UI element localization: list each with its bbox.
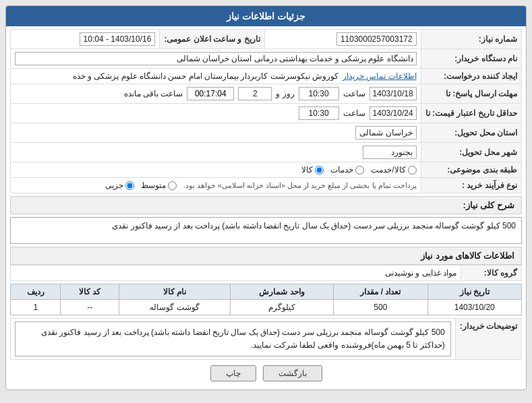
col-vahed: واحد شمارش [230, 284, 333, 300]
back-button[interactable]: بازگشت [263, 365, 322, 381]
col-tarikh: تاریخ نیاز [427, 284, 521, 300]
label-ostanTahvil: استان محل تحویل: [421, 123, 521, 143]
label-groupKala: گروه کالا: [461, 266, 522, 281]
ijadKonande-link[interactable]: اطلاعات تماس خریدار [343, 71, 417, 81]
main-card: جزئیات اطلاعات نیاز شماره نیاز: 11030002… [5, 5, 527, 390]
mohlatErsal-countdown: 00:17:04 [187, 87, 234, 100]
row-mohlatErsal: مهلت ارسال پاسخ: تا 1403/10/18 ساعت 10:3… [11, 84, 522, 104]
cell-radif: 1 [11, 300, 61, 315]
ijadKonande-row: اطلاعات تماس خریدار کوروش نیکوسرشت کاربر… [15, 71, 417, 81]
shahrTahvil-display: بجنورد [363, 146, 417, 159]
radio-motavaset-label: متوسط [141, 181, 166, 190]
row-tozih: توضیحات خریدار: 500 کیلو گوشت گوساله منج… [11, 319, 522, 360]
ostanTahvil-display: خراسان شمالی [355, 126, 416, 140]
value-groupKala: مواد غذایی و نوشیدنی [11, 266, 461, 281]
radio-kala-khadamat-label: کالا/خدمت [371, 165, 405, 175]
value-shomareNiaz: 1103000257003172 [264, 30, 421, 49]
radio-kala-khadamat-input[interactable] [408, 166, 417, 175]
items-tbody: 1403/10/20 500 کیلوگرم گوشت گوساله -- 1 [11, 300, 522, 315]
hedafTarikh-date: 1403/10/24 [370, 106, 417, 120]
row-ostanTahvil: استان محل تحویل: خراسان شمالی [11, 123, 522, 143]
cell-tarikh: 1403/10/20 [427, 300, 521, 315]
value-tarikhAelan: 1403/10/16 - 10:04 [11, 30, 160, 49]
table-row: 1403/10/20 500 کیلوگرم گوشت گوساله -- 1 [11, 300, 522, 315]
sharjKeli-box: 500 کیلو گوشت گوساله منجمد برزیلی سر دست… [10, 217, 522, 244]
radio-jozi[interactable]: جزیی [105, 181, 134, 190]
row-tabaqeh: طبقه بندی موضوعی: کالا/خدمت خدمات [11, 162, 522, 178]
radio-jozi-input[interactable] [125, 181, 134, 190]
sharjKeli-value: 500 کیلو گوشت گوساله منجمد برزیلی سر دست… [112, 221, 516, 230]
kalahaTitle-label: اطلاعات کالاهای مورد نیاز [421, 251, 514, 261]
group-kala-table: گروه کالا: مواد غذایی و نوشیدنی [10, 265, 522, 281]
items-thead: تاریخ نیاز تعداد / مقدار واحد شمارش نام … [11, 284, 522, 300]
tabaqeh-radio-group: کالا/خدمت خدمات کالا [15, 165, 417, 175]
value-ijadKonande: اطلاعات تماس خریدار کوروش نیکوسرشت کاربر… [11, 69, 421, 84]
groupKala-display: مواد غذایی و نوشیدنی [385, 268, 456, 278]
radio-kala[interactable]: کالا [301, 165, 324, 175]
items-table: تاریخ نیاز تعداد / مقدار واحد شمارش نام … [10, 284, 522, 315]
row-noeFarayand: نوع فرآیند خرید : پرداخت تمام یا بخشی از… [11, 178, 522, 193]
row-shomareNiaz: شماره نیاز: 1103000257003172 تاریخ و ساع… [11, 30, 522, 49]
radio-kala-input[interactable] [315, 166, 324, 175]
btn-row: بازگشت چاپ [10, 360, 522, 387]
label-noeFarayand: نوع فرآیند خرید : [421, 178, 521, 193]
radio-khadamat-input[interactable] [355, 166, 364, 175]
tozih-table: توضیحات خریدار: 500 کیلو گوشت گوساله منج… [10, 318, 522, 360]
label-mohlatErsal: مهلت ارسال پاسخ: تا [421, 84, 521, 104]
radio-motavaset[interactable]: متوسط [141, 181, 177, 190]
row-shahrTahvil: شهر محل تحویل: بجنورد [11, 143, 522, 162]
row-namdastgah: نام دستگاه خریدار: دانشگاه علوم پزشکی و … [11, 49, 522, 69]
info-table: شماره نیاز: 1103000257003172 تاریخ و ساع… [10, 29, 522, 193]
mohlatErsal-row: 1403/10/18 ساعت 10:30 روز و 2 00:17:04 س… [15, 87, 417, 100]
noeFarayand-note: پرداخت تمام یا بخشی از مبلغ خرید از محل … [183, 181, 417, 190]
print-button[interactable]: چاپ [210, 365, 256, 381]
cell-tedad: 500 [334, 300, 427, 315]
mohlatErsal-baqi: ساعت باقی مانده [124, 89, 183, 98]
row-hedafTarikh: حداقل تاریخ اعتبار قیمت: تا 1403/10/24 س… [11, 104, 522, 123]
col-radif: ردیف [11, 284, 61, 300]
label-saat: ساعت [343, 89, 365, 98]
value-tozih: 500 کیلو گوشت گوساله منجمد برزیلی سر دست… [11, 319, 456, 360]
label-tarikhAelan: تاریخ و ساعت اعلان عمومی: [160, 30, 264, 49]
cell-vahed: کیلوگرم [230, 300, 333, 315]
label-namdastgah: نام دستگاه خریدار: [421, 49, 521, 69]
hedafTarikh-row: 1403/10/24 ساعت 10:30 [15, 106, 417, 120]
sharjKeli-label: شرح کلی نیاز: [463, 200, 514, 210]
value-tabaqeh: کالا/خدمت خدمات کالا [11, 162, 421, 178]
radio-kala-label: کالا [301, 165, 313, 175]
page-wrapper: جزئیات اطلاعات نیاز شماره نیاز: 11030002… [0, 0, 532, 403]
mohlatErsal-date: 1403/10/18 [370, 87, 417, 100]
value-shahrTahvil: بجنورد [11, 143, 421, 162]
label-tozih: توضیحات خریدار: [455, 319, 521, 360]
label-roz: روز و [276, 89, 294, 98]
items-header-row: تاریخ نیاز تعداد / مقدار واحد شمارش نام … [11, 284, 522, 300]
shomareNiaz-display: 1103000257003172 [336, 32, 417, 46]
col-kodKala: کد کالا [61, 284, 119, 300]
row-ijadKonande: ایجاد کننده درخواست: اطلاعات تماس خریدار… [11, 69, 522, 84]
tozih-box: 500 کیلو گوشت گوساله منجمد برزیلی سر دست… [15, 321, 451, 356]
row-groupKala: گروه کالا: مواد غذایی و نوشیدنی [11, 266, 522, 281]
value-hedafTarikh: 1403/10/24 ساعت 10:30 [11, 104, 421, 123]
label-shomareNiaz: شماره نیاز: [421, 30, 521, 49]
label-ijadKonande: ایجاد کننده درخواست: [421, 69, 521, 84]
radio-kala-khadamat[interactable]: کالا/خدمت [371, 165, 416, 175]
cell-namKala: گوشت گوساله [119, 300, 231, 315]
value-noeFarayand: پرداخت تمام یا بخشی از مبلغ خرید از محل … [11, 178, 421, 193]
sharjKeli-section-title: شرح کلی نیاز: [10, 196, 522, 214]
hedafTarikh-time: 10:30 [299, 106, 339, 120]
label-shahrTahvil: شهر محل تحویل: [421, 143, 521, 162]
label-tabaqeh: طبقه بندی موضوعی: [421, 162, 521, 178]
radio-motavaset-input[interactable] [168, 181, 177, 190]
ijadKonande-display: کوروش نیکوسرشت کاربردار بیمارستان امام ح… [73, 71, 338, 81]
value-namdastgah: دانشگاه علوم پزشکی و خدمات بهداشتی درمان… [11, 49, 421, 69]
radio-jozi-label: جزیی [105, 181, 123, 190]
radio-khadamat[interactable]: خدمات [330, 165, 364, 175]
card-header: جزئیات اطلاعات نیاز [6, 6, 526, 26]
value-mohlatErsal: 1403/10/18 ساعت 10:30 روز و 2 00:17:04 س… [11, 84, 421, 104]
noeFarayand-radio-group: پرداخت تمام یا بخشی از مبلغ خرید از محل … [15, 181, 417, 190]
mohlatErsal-roz: 2 [238, 87, 272, 100]
mohlatErsal-time: 10:30 [299, 87, 339, 100]
tarikhAelan-display: 1403/10/16 - 10:04 [80, 32, 156, 46]
radio-khadamat-label: خدمات [330, 165, 353, 175]
namdastgah-display: دانشگاه علوم پزشکی و خدمات بهداشتی درمان… [15, 52, 417, 65]
